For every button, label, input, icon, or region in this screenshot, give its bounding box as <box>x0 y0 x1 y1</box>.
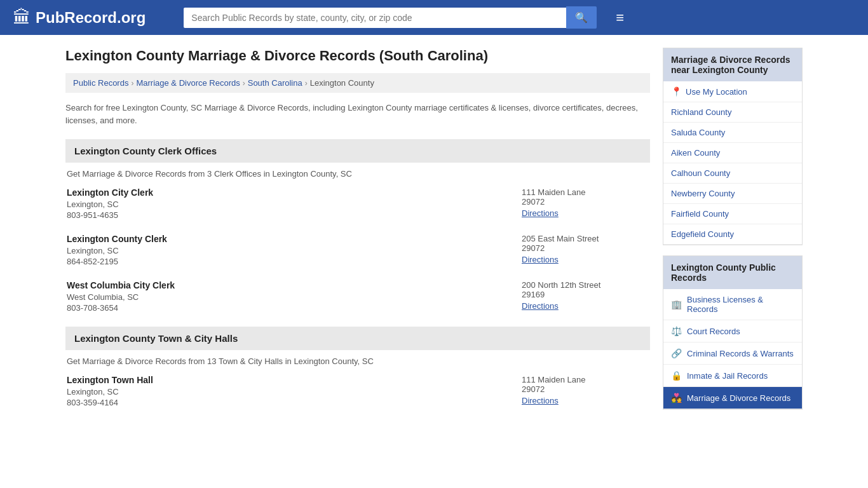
marriage-divorce-icon: 💑 <box>671 393 682 403</box>
sidebar-nearby: Marriage & Divorce Records near Lexingto… <box>663 48 803 245</box>
search-area: 🔍 <box>184 6 597 29</box>
office-lexington-town-hall: Lexington Town Hall Lexington, SC 803-35… <box>65 375 650 409</box>
search-input[interactable] <box>184 8 566 28</box>
inmate-jail-label: Inmate & Jail Records <box>687 371 768 381</box>
sidebar-richland-county[interactable]: Richland County <box>663 102 802 123</box>
office-west-columbia-city-clerk: West Columbia City Clerk West Columbia, … <box>65 280 650 314</box>
business-licenses-icon: 🏢 <box>671 299 682 309</box>
office-name: Lexington County Clerk <box>67 234 522 244</box>
office-zip: 29072 <box>522 243 649 253</box>
sidebar-calhoun-county[interactable]: Calhoun County <box>663 163 802 184</box>
criminal-records-label: Criminal Records & Warrants <box>687 349 794 358</box>
office-phone: 803-708-3654 <box>67 303 522 313</box>
breadcrumb: Public Records › Marriage & Divorce Reco… <box>65 73 650 93</box>
court-records-label: Court Records <box>687 327 740 336</box>
criminal-records-icon: 🔗 <box>671 348 682 358</box>
office-zip: 29169 <box>522 290 649 299</box>
clerk-offices-header: Lexington County Clerk Offices <box>65 139 650 163</box>
hamburger-icon: ≡ <box>616 10 624 25</box>
sidebar-rec-criminal-records[interactable]: 🔗 Criminal Records & Warrants <box>663 342 802 365</box>
location-pin-icon: 📍 <box>671 86 682 97</box>
office-address: 200 North 12th Street <box>522 280 649 290</box>
office-name: West Columbia City Clerk <box>67 280 522 290</box>
sidebar-fairfield-county[interactable]: Fairfield County <box>663 204 802 224</box>
directions-link[interactable]: Directions <box>522 301 559 311</box>
breadcrumb-item-public-records[interactable]: Public Records <box>73 78 128 88</box>
office-phone: 864-852-2195 <box>67 257 522 266</box>
sidebar-rec-marriage-divorce[interactable]: 💑 Marriage & Divorce Records <box>663 387 802 409</box>
town-halls-subdesc: Get Marriage & Divorce Records from 13 T… <box>65 356 650 366</box>
sidebar-use-location[interactable]: 📍 Use My Location <box>663 81 802 102</box>
hamburger-button[interactable]: ≡ <box>616 10 624 26</box>
fairfield-county-link[interactable]: Fairfield County <box>671 209 729 219</box>
logo-link[interactable]: 🏛 PubRecord.org <box>13 7 146 28</box>
richland-county-link[interactable]: Richland County <box>671 107 731 117</box>
marriage-divorce-label: Marriage & Divorce Records <box>687 393 790 403</box>
sidebar-nearby-header: Marriage & Divorce Records near Lexingto… <box>663 48 802 81</box>
office-name: Lexington City Clerk <box>67 187 522 198</box>
office-address: 111 Maiden Lane <box>522 375 649 384</box>
office-phone: 803-359-4164 <box>67 398 522 407</box>
sidebar-edgefield-county[interactable]: Edgefield County <box>663 224 802 245</box>
breadcrumb-sep-1: › <box>131 79 133 88</box>
breadcrumb-item-south-carolina[interactable]: South Carolina <box>248 78 302 88</box>
sidebar-aiken-county[interactable]: Aiken County <box>663 143 802 163</box>
sidebar-saluda-county[interactable]: Saluda County <box>663 123 802 143</box>
edgefield-county-link[interactable]: Edgefield County <box>671 229 734 239</box>
sidebar-rec-business-licenses[interactable]: 🏢 Business Licenses & Records <box>663 289 802 320</box>
business-licenses-label: Business Licenses & Records <box>687 295 794 314</box>
town-halls-header: Lexington County Town & City Halls <box>65 327 650 350</box>
main-container: Lexington County Marriage & Divorce Reco… <box>53 35 815 434</box>
search-icon: 🔍 <box>575 12 588 23</box>
sidebar-rec-court-records[interactable]: ⚖️ Court Records <box>663 320 802 342</box>
breadcrumb-sep-2: › <box>243 79 245 88</box>
page-description: Search for free Lexington County, SC Mar… <box>65 102 650 126</box>
office-phone: 803-951-4635 <box>67 210 522 220</box>
court-records-icon: ⚖️ <box>671 326 682 336</box>
site-header: 🏛 PubRecord.org 🔍 ≡ <box>0 0 868 35</box>
logo-icon: 🏛 <box>13 7 31 28</box>
office-city: Lexington, SC <box>67 387 522 396</box>
sidebar-newberry-county[interactable]: Newberry County <box>663 184 802 204</box>
sidebar: Marriage & Divorce Records near Lexingto… <box>663 48 803 421</box>
office-city: Lexington, SC <box>67 200 522 209</box>
office-lexington-city-clerk: Lexington City Clerk Lexington, SC 803-9… <box>65 187 650 221</box>
office-name: Lexington Town Hall <box>67 375 522 385</box>
use-location-label: Use My Location <box>686 87 747 97</box>
breadcrumb-sep-3: › <box>305 79 308 88</box>
office-zip: 29072 <box>522 197 649 207</box>
office-city: West Columbia, SC <box>67 292 522 302</box>
office-address: 111 Maiden Lane <box>522 187 649 197</box>
newberry-county-link[interactable]: Newberry County <box>671 189 735 198</box>
inmate-jail-icon: 🔒 <box>671 370 682 381</box>
breadcrumb-item-lexington-county: Lexington County <box>310 78 374 88</box>
sidebar-public-records: Lexington County Public Records 🏢 Busine… <box>663 255 803 410</box>
office-zip: 29072 <box>522 384 649 394</box>
search-button[interactable]: 🔍 <box>566 6 597 29</box>
directions-link[interactable]: Directions <box>522 396 559 405</box>
logo-text: PubRecord.org <box>36 9 146 27</box>
sidebar-public-records-header: Lexington County Public Records <box>663 256 802 289</box>
directions-link[interactable]: Directions <box>522 255 559 264</box>
aiken-county-link[interactable]: Aiken County <box>671 148 720 158</box>
saluda-county-link[interactable]: Saluda County <box>671 128 725 137</box>
calhoun-county-link[interactable]: Calhoun County <box>671 168 730 178</box>
sidebar-rec-inmate-jail[interactable]: 🔒 Inmate & Jail Records <box>663 365 802 387</box>
breadcrumb-item-marriage-divorce[interactable]: Marriage & Divorce Records <box>136 78 240 88</box>
page-title: Lexington County Marriage & Divorce Reco… <box>65 48 650 64</box>
office-city: Lexington, SC <box>67 246 522 255</box>
content-area: Lexington County Marriage & Divorce Reco… <box>65 48 650 421</box>
office-lexington-county-clerk: Lexington County Clerk Lexington, SC 864… <box>65 234 650 268</box>
clerk-offices-subdesc: Get Marriage & Divorce Records from 3 Cl… <box>65 169 650 179</box>
office-address: 205 East Main Street <box>522 234 649 243</box>
directions-link[interactable]: Directions <box>522 208 559 218</box>
